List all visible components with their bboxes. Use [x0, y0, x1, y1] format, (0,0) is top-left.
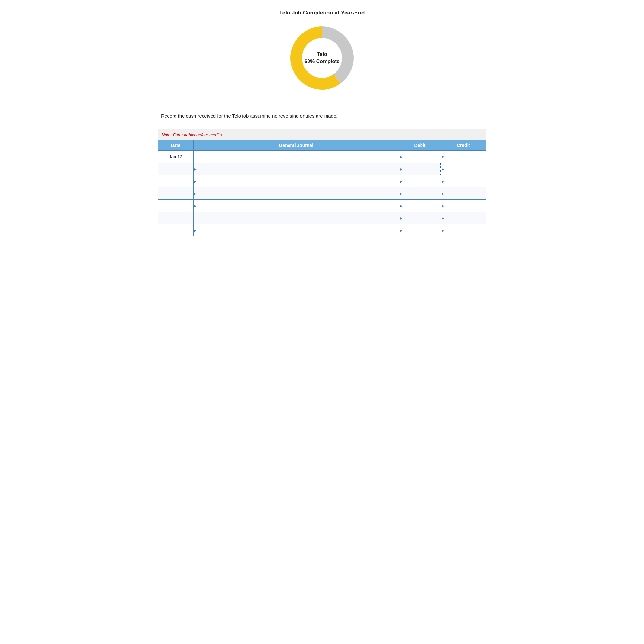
cell-credit[interactable]	[441, 187, 486, 200]
cell-journal[interactable]	[194, 175, 399, 187]
table-row	[158, 224, 486, 236]
chart-title: Telo Job Completion at Year-End	[279, 10, 365, 16]
table-header-row: Date General Journal Debit Credit	[158, 140, 486, 151]
cell-debit[interactable]	[399, 187, 441, 200]
cell-debit[interactable]	[399, 151, 441, 163]
note-bar: Note: Enter debits before credits.	[158, 129, 486, 140]
cell-journal[interactable]	[194, 163, 399, 175]
table-row: Jan 12	[158, 151, 486, 163]
cell-credit[interactable]	[441, 151, 486, 163]
cell-debit[interactable]	[399, 175, 441, 187]
cell-journal[interactable]	[194, 224, 399, 236]
cell-debit[interactable]	[399, 212, 441, 224]
chart-section: Telo Job Completion at Year-End Telo 60%…	[158, 10, 486, 93]
cell-date[interactable]: Jan 12	[158, 151, 194, 163]
cell-date[interactable]	[158, 187, 194, 200]
cell-credit[interactable]	[441, 163, 486, 175]
header-date: Date	[158, 140, 194, 151]
divider-left	[158, 107, 209, 107]
header-debit: Debit	[399, 140, 441, 151]
header-credit: Credit	[441, 140, 486, 151]
donut-line2: 60% Complete	[304, 59, 339, 64]
dividers	[158, 106, 486, 107]
divider-right	[216, 107, 486, 107]
cell-date[interactable]	[158, 163, 194, 175]
cell-date[interactable]	[158, 224, 194, 236]
cell-journal[interactable]	[194, 200, 399, 212]
cell-journal[interactable]	[194, 187, 399, 200]
journal-table: Date General Journal Debit Credit Jan 12	[158, 140, 486, 236]
table-row	[158, 212, 486, 224]
cell-credit[interactable]	[441, 224, 486, 236]
cell-debit[interactable]	[399, 200, 441, 212]
table-row	[158, 163, 486, 175]
donut-chart: Telo 60% Complete	[287, 23, 357, 93]
cell-journal[interactable]	[194, 212, 399, 224]
cell-credit[interactable]	[441, 200, 486, 212]
table-row	[158, 175, 486, 187]
cell-debit[interactable]	[399, 163, 441, 175]
note-text: Note: Enter debits before credits.	[162, 132, 223, 137]
cell-credit[interactable]	[441, 175, 486, 187]
donut-center-text: Telo 60% Complete	[304, 51, 339, 65]
donut-line1: Telo	[317, 52, 327, 57]
cell-credit[interactable]	[441, 212, 486, 224]
table-row	[158, 200, 486, 212]
instruction-text: Record the cash received for the Telo jo…	[161, 112, 483, 120]
cell-debit[interactable]	[399, 224, 441, 236]
cell-journal[interactable]	[194, 151, 399, 163]
table-row	[158, 187, 486, 200]
cell-date[interactable]	[158, 212, 194, 224]
cell-date[interactable]	[158, 175, 194, 187]
cell-date[interactable]	[158, 200, 194, 212]
header-journal: General Journal	[194, 140, 399, 151]
